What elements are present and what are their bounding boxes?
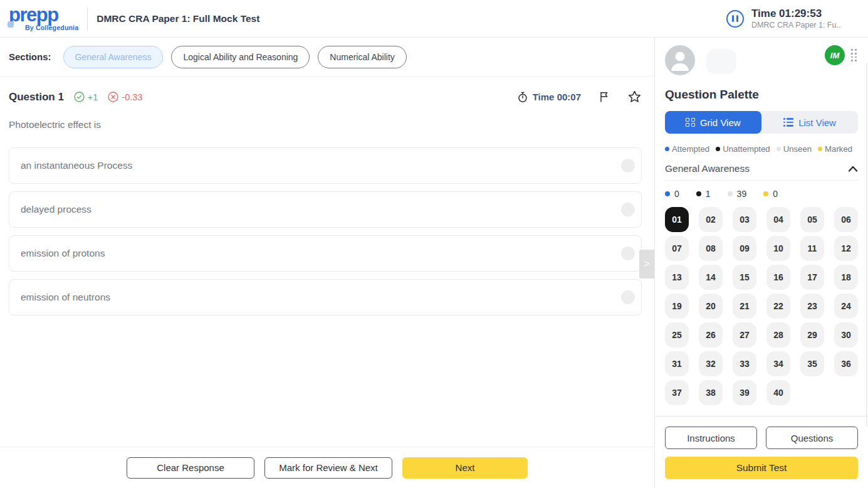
palette-question-05[interactable]: 05 — [800, 207, 824, 232]
palette-question-13[interactable]: 13 — [665, 265, 689, 290]
drag-dots-icon[interactable] — [850, 48, 858, 62]
question-actions-bar: Clear Response Mark for Review & Next Ne… — [0, 447, 654, 488]
palette-question-31[interactable]: 31 — [665, 351, 689, 376]
mark-for-review-button[interactable]: Mark for Review & Next — [264, 457, 392, 479]
section-divider — [665, 180, 858, 181]
palette-question-30[interactable]: 30 — [834, 322, 858, 347]
palette-question-07[interactable]: 07 — [665, 236, 689, 261]
option-text: an instantaneous Process — [21, 160, 132, 171]
palette-grid-scroll[interactable]: 0102030405060708091011121314151617181920… — [655, 207, 868, 416]
instructions-button[interactable]: Instructions — [665, 427, 757, 449]
palette-question-14[interactable]: 14 — [699, 265, 723, 290]
palette-question-09[interactable]: 09 — [733, 236, 756, 261]
legend-dot — [776, 147, 781, 151]
app-header: prepp By Collegedunia DMRC CRA Paper 1: … — [0, 0, 868, 38]
palette-question-17[interactable]: 17 — [800, 265, 824, 290]
test-time-subtitle: DMRC CRA Paper 1: Fu.. — [751, 20, 857, 30]
section-pill-general-awareness[interactable]: General Awareness — [63, 46, 164, 68]
tab-grid-view[interactable]: Grid View — [665, 111, 761, 134]
bookmark-star-button[interactable] — [627, 90, 642, 104]
palette-question-25[interactable]: 25 — [665, 322, 689, 347]
options-list: an instantaneous Processdelayed processe… — [9, 147, 647, 316]
option-card-4[interactable]: emission of neutrons — [9, 279, 642, 316]
sidebar-scrollbar[interactable] — [866, 63, 867, 427]
palette-question-33[interactable]: 33 — [733, 351, 756, 376]
flag-icon — [598, 90, 610, 103]
cross-circle-icon — [108, 92, 118, 102]
section-pill-logical-ability-and-reasoning[interactable]: Logical Ability and Reasoning — [171, 46, 310, 68]
negative-mark: -0.33 — [108, 92, 142, 102]
collapse-panel-handle[interactable]: > — [639, 250, 654, 278]
submit-test-button[interactable]: Submit Test — [665, 457, 858, 479]
palette-question-34[interactable]: 34 — [766, 351, 790, 376]
palette-question-08[interactable]: 08 — [699, 236, 723, 261]
option-card-2[interactable]: delayed process — [9, 191, 642, 228]
palette-section-name: General Awareness — [665, 163, 750, 174]
questions-button[interactable]: Questions — [766, 427, 858, 449]
palette-question-10[interactable]: 10 — [766, 236, 790, 261]
legend-item-marked: Marked — [818, 144, 852, 154]
status-dot — [696, 191, 701, 196]
palette-question-35[interactable]: 35 — [800, 351, 824, 376]
palette-question-12[interactable]: 12 — [834, 236, 858, 261]
palette-legend: AttemptedUnattemptedUnseenMarked — [665, 144, 858, 154]
flag-question-button[interactable] — [598, 90, 610, 103]
palette-question-28[interactable]: 28 — [766, 322, 790, 347]
palette-question-29[interactable]: 29 — [800, 322, 824, 347]
palette-question-18[interactable]: 18 — [834, 265, 858, 290]
sections-label: Sections: — [9, 51, 51, 62]
star-icon — [627, 90, 642, 104]
clear-response-button[interactable]: Clear Response — [127, 457, 254, 479]
pause-icon — [736, 15, 738, 22]
palette-question-20[interactable]: 20 — [699, 294, 723, 319]
palette-question-21[interactable]: 21 — [733, 294, 756, 319]
palette-question-11[interactable]: 11 — [800, 236, 824, 261]
section-pill-numerical-ability[interactable]: Numerical Ability — [318, 46, 406, 68]
palette-question-03[interactable]: 03 — [733, 207, 756, 232]
palette-question-04[interactable]: 04 — [766, 207, 790, 232]
palette-question-26[interactable]: 26 — [699, 322, 723, 347]
option-radio[interactable] — [621, 203, 635, 216]
palette-question-16[interactable]: 16 — [766, 265, 790, 290]
user-avatar[interactable] — [665, 45, 695, 75]
status-count: 0 — [665, 189, 679, 199]
header-divider — [87, 7, 88, 31]
legend-dot — [818, 147, 822, 151]
prepp-logo[interactable]: prepp By Collegedunia — [6, 6, 78, 31]
question-area: Question 1 +1 -0.33 — [0, 77, 654, 447]
palette-question-02[interactable]: 02 — [699, 207, 723, 232]
next-button[interactable]: Next — [402, 457, 528, 479]
palette-question-39[interactable]: 39 — [733, 380, 756, 405]
question-text: Photoelectric effect is — [9, 119, 647, 130]
option-radio[interactable] — [621, 159, 635, 172]
palette-question-15[interactable]: 15 — [733, 265, 756, 290]
pause-button[interactable] — [726, 10, 744, 28]
palette-section-header[interactable]: General Awareness — [665, 163, 858, 174]
palette-question-06[interactable]: 06 — [834, 207, 858, 232]
logo-text: prepp — [9, 6, 78, 24]
logo-accent-shape — [8, 21, 14, 28]
palette-question-27[interactable]: 27 — [733, 322, 756, 347]
palette-question-36[interactable]: 36 — [834, 351, 858, 376]
palette-question-38[interactable]: 38 — [699, 380, 723, 405]
tab-list-view[interactable]: List View — [761, 111, 858, 134]
palette-question-23[interactable]: 23 — [800, 294, 824, 319]
legend-item-attempted: Attempted — [665, 144, 709, 154]
question-number: Question 1 — [9, 91, 64, 103]
palette-question-01[interactable]: 01 — [665, 207, 689, 232]
palette-question-32[interactable]: 32 — [699, 351, 723, 376]
palette-question-24[interactable]: 24 — [834, 294, 858, 319]
palette-question-22[interactable]: 22 — [766, 294, 790, 319]
option-card-1[interactable]: an instantaneous Process — [9, 147, 642, 184]
check-circle-icon — [74, 92, 85, 102]
person-icon — [665, 45, 695, 75]
extension-badge[interactable]: IM — [825, 45, 845, 65]
palette-question-40[interactable]: 40 — [766, 380, 790, 405]
palette-question-19[interactable]: 19 — [665, 294, 689, 319]
option-radio[interactable] — [621, 247, 635, 260]
legend-item-unattempted: Unattempted — [716, 144, 770, 154]
option-radio[interactable] — [621, 290, 635, 304]
option-card-3[interactable]: emission of protons — [9, 235, 642, 272]
palette-question-37[interactable]: 37 — [665, 380, 689, 405]
main-panel: Sections: General AwarenessLogical Abili… — [0, 38, 655, 488]
